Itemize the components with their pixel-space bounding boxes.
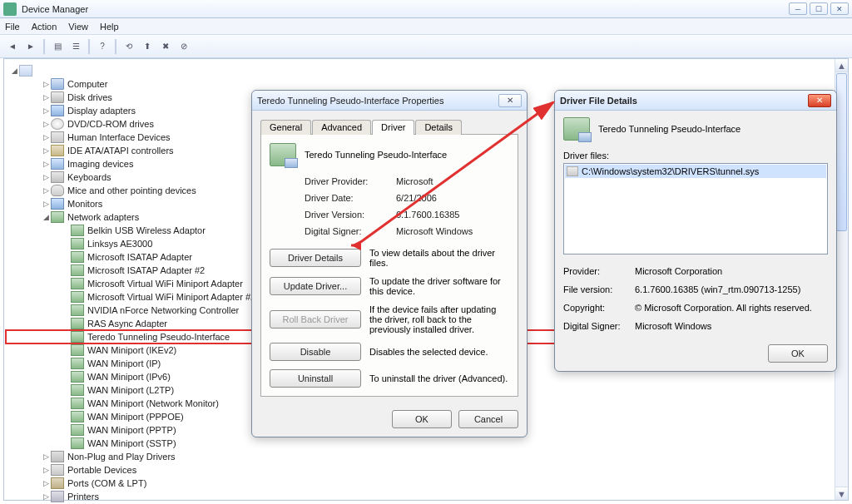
expand-icon[interactable]: ▷ xyxy=(41,93,51,101)
update-driver-desc: To update the driver software for this d… xyxy=(369,276,509,296)
file-item[interactable]: C:\Windows\system32\DRIVERS\tunnel.sys xyxy=(565,165,826,178)
tree-item-label: Portable Devices xyxy=(67,465,136,475)
tree-item-label: WAN Miniport (PPPOE) xyxy=(87,412,184,422)
expand-icon[interactable]: ▷ xyxy=(41,466,51,474)
dialog-title: Driver File Details xyxy=(560,96,637,106)
menu-action[interactable]: Action xyxy=(32,22,57,32)
tree-item-label: WAN Miniport (L2TP) xyxy=(87,385,174,395)
help-icon[interactable]: ? xyxy=(95,39,110,54)
scroll-down-icon[interactable]: ▼ xyxy=(835,487,848,500)
tree-item-label: RAS Async Adapter xyxy=(87,319,167,329)
digital-signer-value: Microsoft Windows xyxy=(396,226,509,236)
tree-item[interactable]: ▷Ports (COM & LPT) xyxy=(6,477,846,490)
tab-driver[interactable]: Driver xyxy=(372,120,414,135)
expand-icon[interactable]: ◢ xyxy=(41,213,51,221)
close-icon[interactable]: ✕ xyxy=(808,94,831,107)
tree-root[interactable]: ◢ xyxy=(6,64,846,77)
tree-item[interactable]: ▷Printers xyxy=(6,490,846,503)
dialog-titlebar[interactable]: Teredo Tunneling Pseudo-Interface Proper… xyxy=(252,91,527,111)
device-name: Teredo Tunneling Pseudo-Interface xyxy=(305,150,447,160)
tree-item[interactable]: ▷Computer xyxy=(6,77,846,91)
ok-button[interactable]: OK xyxy=(768,344,828,363)
uninstall-button[interactable]: Uninstall xyxy=(270,369,361,388)
expand-icon[interactable]: ▷ xyxy=(41,200,51,208)
digital-signer-value: Microsoft Windows xyxy=(635,321,828,331)
window-title: Device Manager xyxy=(22,4,789,14)
rollback-driver-button[interactable]: Roll Back Driver xyxy=(270,310,361,329)
disable-desc: Disables the selected device. xyxy=(369,347,509,357)
tree-item-label: WAN Miniport (IPv6) xyxy=(87,372,171,382)
maximize-button[interactable]: ☐ xyxy=(810,2,828,15)
tab-general[interactable]: General xyxy=(260,120,311,135)
driver-details-desc: To view details about the driver files. xyxy=(369,248,509,268)
scan-icon[interactable]: ⟲ xyxy=(121,39,136,54)
expand-icon[interactable]: ▷ xyxy=(41,106,51,115)
tab-advanced[interactable]: Advanced xyxy=(312,120,371,135)
tree-item-label: Non-Plug and Play Drivers xyxy=(67,452,176,462)
driver-files-list[interactable]: C:\Windows\system32\DRIVERS\tunnel.sys xyxy=(563,163,828,254)
menu-file[interactable]: File xyxy=(5,22,20,32)
device-icon xyxy=(51,198,64,210)
tab-details[interactable]: Details xyxy=(415,120,462,135)
dialog-titlebar[interactable]: Driver File Details ✕ xyxy=(555,91,836,111)
device-icon xyxy=(51,451,64,462)
scroll-thumb[interactable] xyxy=(836,73,847,231)
expand-icon[interactable]: ▷ xyxy=(41,146,51,155)
menu-help[interactable]: Help xyxy=(100,22,119,32)
driver-details-button[interactable]: Driver Details xyxy=(270,249,361,267)
update-driver-button[interactable]: Update Driver... xyxy=(270,277,361,295)
tree-item[interactable]: ▷Non-Plug and Play Drivers xyxy=(6,450,846,463)
expand-icon[interactable]: ▷ xyxy=(41,479,51,487)
tree-item-label: Linksys AE3000 xyxy=(87,239,152,249)
tree-item-label: Human Interface Devices xyxy=(67,132,171,142)
cancel-button[interactable]: Cancel xyxy=(458,410,518,428)
computer-icon xyxy=(19,65,32,77)
device-icon xyxy=(71,424,84,436)
device-icon xyxy=(51,464,64,476)
device-icon xyxy=(71,278,84,289)
ok-button[interactable]: OK xyxy=(392,410,452,428)
expand-icon[interactable]: ▷ xyxy=(41,160,51,168)
dialog-title: Teredo Tunneling Pseudo-Interface Proper… xyxy=(257,96,443,106)
back-icon[interactable]: ◄ xyxy=(5,39,20,54)
tree-item-label: WAN Miniport (IKEv2) xyxy=(87,345,176,355)
tree-item-label: WAN Miniport (PPTP) xyxy=(87,425,176,435)
driver-date-label: Driver Date: xyxy=(305,193,396,203)
separator xyxy=(115,39,116,54)
tree-item-label: Printers xyxy=(67,492,99,502)
update-icon[interactable]: ⬆ xyxy=(140,39,155,54)
forward-icon[interactable]: ► xyxy=(23,39,38,54)
file-path: C:\Windows\system32\DRIVERS\tunnel.sys xyxy=(582,166,759,176)
expand-icon[interactable]: ◢ xyxy=(9,67,19,75)
device-icon xyxy=(71,225,84,236)
menu-view[interactable]: View xyxy=(68,22,88,32)
expand-icon[interactable]: ▷ xyxy=(41,452,51,461)
expand-icon[interactable]: ▷ xyxy=(41,173,51,181)
expand-icon[interactable]: ▷ xyxy=(41,120,51,128)
tree-item-label: Disk drives xyxy=(67,92,112,102)
properties-icon[interactable]: ☰ xyxy=(68,39,83,54)
driver-file-details-dialog: Driver File Details ✕ Teredo Tunneling P… xyxy=(554,90,837,372)
device-icon xyxy=(51,105,64,116)
device-icon xyxy=(71,371,84,383)
tree-item[interactable]: ▷Portable Devices xyxy=(6,463,846,477)
minimize-button[interactable]: ─ xyxy=(789,2,807,15)
expand-icon[interactable]: ▷ xyxy=(41,133,51,141)
tree-item-label: WAN Miniport (IP) xyxy=(87,358,161,368)
expand-icon[interactable]: ▷ xyxy=(41,80,51,88)
expand-icon[interactable]: ▷ xyxy=(41,186,51,195)
show-hidden-icon[interactable]: ▤ xyxy=(50,39,65,54)
device-icon xyxy=(71,437,84,449)
disable-button[interactable]: Disable xyxy=(270,343,361,361)
uninstall-icon[interactable]: ✖ xyxy=(158,39,173,54)
disable-icon[interactable]: ⊘ xyxy=(176,39,191,54)
expand-icon[interactable]: ▷ xyxy=(41,492,51,501)
tree-item[interactable]: WAN Miniport (SSTP) xyxy=(6,437,846,450)
tree-item-label: Microsoft ISATAP Adapter #2 xyxy=(87,265,205,275)
close-button[interactable]: ✕ xyxy=(830,2,849,15)
close-icon[interactable]: ✕ xyxy=(498,94,522,107)
device-icon xyxy=(71,398,84,409)
tree-item-label: Display adapters xyxy=(67,106,136,116)
driver-date-value: 6/21/2006 xyxy=(396,193,509,203)
scroll-up-icon[interactable]: ▲ xyxy=(835,59,848,72)
